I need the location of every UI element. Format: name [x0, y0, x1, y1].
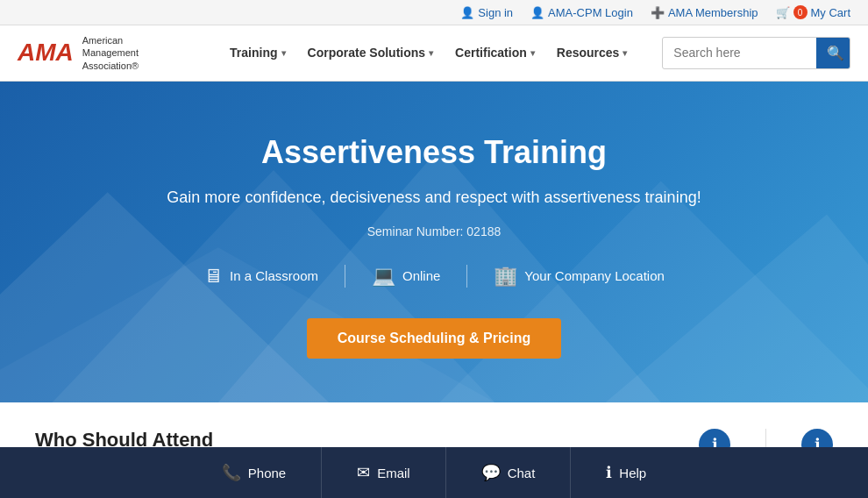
chevron-down-icon-3: ▾	[530, 48, 535, 58]
person-icon-2: 👤	[530, 6, 544, 19]
svg-marker-3	[439, 181, 868, 402]
company-option[interactable]: 🏢 Your Company Location	[467, 265, 691, 288]
phone-icon: 📞	[222, 463, 241, 482]
chat-icon: 💬	[481, 463, 501, 482]
logo-ama-text: AMA	[18, 39, 74, 67]
email-item[interactable]: ✉ Email	[322, 447, 446, 498]
hero-options: 🖥 In a Classroom 💻 Online 🏢 Your Company…	[18, 265, 850, 288]
chevron-down-icon-4: ▾	[623, 48, 627, 58]
svg-marker-4	[606, 214, 868, 402]
company-icon: 🏢	[494, 265, 517, 288]
hero-subtitle: Gain more confidence, decisiveness and r…	[18, 189, 850, 207]
cart-badge: 0	[793, 5, 808, 19]
plus-icon: ➕	[651, 6, 665, 19]
hero-seminar: Seminar Number: 02188	[18, 224, 850, 238]
cta-button[interactable]: Course Scheduling & Pricing	[307, 318, 561, 359]
nav-item-certification[interactable]: Certification ▾	[446, 39, 544, 67]
search-button[interactable]: 🔍	[816, 38, 850, 68]
cart-icon: 🛒	[776, 6, 790, 19]
chat-item[interactable]: 💬 Chat	[446, 447, 572, 498]
search-area: 🔍	[662, 37, 850, 69]
phone-item[interactable]: 📞 Phone	[187, 447, 322, 498]
help-icon: ℹ	[606, 463, 612, 482]
search-input[interactable]	[663, 39, 816, 67]
online-option[interactable]: 💻 Online	[345, 265, 467, 288]
search-icon: 🔍	[827, 45, 844, 61]
classroom-option[interactable]: 🖥 In a Classroom	[177, 265, 345, 288]
nav-links: Training ▾ Corporate Solutions ▾ Certifi…	[221, 39, 636, 67]
nav-item-training[interactable]: Training ▾	[221, 39, 294, 67]
logo-sub1: American Management	[82, 34, 177, 60]
logo-sub2: Association®	[82, 60, 177, 72]
logo[interactable]: AMA American Management Association®	[18, 34, 177, 72]
hero-title: Assertiveness Training	[18, 134, 850, 171]
nav-item-corporate[interactable]: Corporate Solutions ▾	[299, 39, 443, 67]
main-nav: AMA American Management Association® Tra…	[0, 25, 868, 82]
email-icon: ✉	[357, 463, 370, 482]
top-bar: 👤 Sign in 👤 AMA-CPM Login ➕ AMA Membersh…	[0, 0, 868, 25]
nav-item-resources[interactable]: Resources ▾	[548, 39, 637, 67]
signin-link[interactable]: 👤 Sign in	[460, 6, 513, 19]
chevron-down-icon: ▾	[281, 48, 286, 58]
person-icon: 👤	[460, 6, 474, 19]
help-item[interactable]: ℹ Help	[571, 447, 681, 498]
cart-link[interactable]: 🛒 0 My Cart	[776, 5, 851, 19]
online-icon: 💻	[372, 265, 395, 288]
bottom-bar: 📞 Phone ✉ Email 💬 Chat ℹ Help	[0, 447, 868, 498]
chevron-down-icon-2: ▾	[429, 48, 433, 58]
membership-link[interactable]: ➕ AMA Membership	[651, 6, 758, 19]
cpm-login-link[interactable]: 👤 AMA-CPM Login	[530, 6, 633, 19]
classroom-icon: 🖥	[203, 265, 223, 288]
hero-section: Assertiveness Training Gain more confide…	[0, 82, 868, 402]
